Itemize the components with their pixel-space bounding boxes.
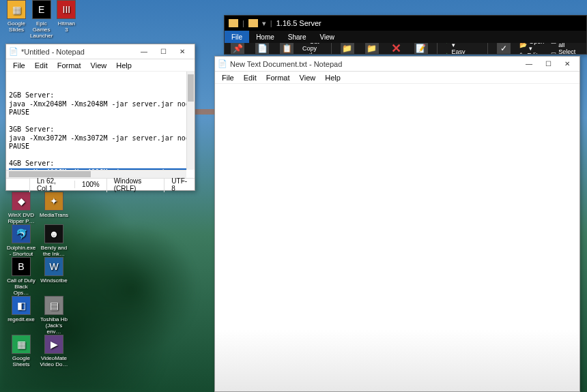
desktop-icon-label: Hitman 3 [57,20,76,33]
tab-share[interactable]: Share [281,31,313,43]
minimize-button[interactable]: — [519,57,539,71]
menu-edit[interactable]: Edit [240,73,261,82]
notepad-icon: 📄 [218,59,227,69]
app-icon: B [12,257,31,276]
edit-button[interactable]: ✎Edit [519,52,544,54]
rename-button[interactable]: 📝 [412,43,430,54]
paste-icon: 📋 [280,43,294,54]
menu-format[interactable]: Format [262,73,294,82]
desktop-icon[interactable]: EEpic Games Launcher [30,0,53,39]
desktop-icon[interactable]: ▤Toshiba Hb (Jack's env… [40,296,68,335]
menu-view[interactable]: View [296,73,320,82]
desktop-icon[interactable]: ☻Bendy and the Ink… [40,224,68,257]
desktop-icon[interactable]: ◧regedit.exe [7,296,35,335]
notepad2-textarea[interactable] [215,84,579,391]
ribbon-separator [437,43,438,54]
status-position: Ln 62, Col 1 [29,177,74,192]
desktop-icon[interactable]: WWindscribe [40,257,68,296]
close-button[interactable]: ✕ [173,45,192,59]
maximize-button[interactable]: ☐ [154,45,173,59]
scrollbar-vertical[interactable] [186,72,195,170]
ribbon-separator [331,43,332,54]
copyto-button[interactable]: 📁 [363,43,381,54]
desktop-icon-label: Toshiba Hb (Jack's env… [40,316,68,335]
app-icon: ◆ [12,192,31,211]
notepad1-window[interactable]: 📄 *Untitled - Notepad — ☐ ✕ FileEditForm… [5,44,195,191]
maximize-button[interactable]: ☐ [539,57,558,71]
app-icon: ▤ [44,296,63,315]
explorer-ribbon: 📌 📄 📋 ✂ Cut Copy path 📁 📁 ✕ 📝 ✦New item … [225,43,586,54]
easyaccess-button[interactable]: ✦Easy access ▾ [444,48,481,54]
menu-help[interactable]: Help [112,61,136,70]
ribbon-select-group: ☑Select all ☐Select none [551,43,582,54]
scrollbar-horizontal[interactable] [6,170,186,178]
explorer-tabs: File Home Share View [225,31,586,43]
scrollbar-thumb[interactable] [188,74,194,102]
folder-icon [248,19,258,27]
notepad1-menubar: FileEditFormatViewHelp [6,59,195,72]
ribbon-cut-group: ✂ Cut Copy path [302,43,324,54]
desktop-icon[interactable]: ▶VideoMate Video Do… [40,335,68,367]
folder-icon [229,19,238,27]
notepad1-textarea[interactable]: 2GB Server: java -Xmx2048M -Xms2048M -ja… [6,72,186,170]
tab-view[interactable]: View [313,31,342,43]
desktop-icon[interactable]: ▦Google Slides [7,0,26,39]
explorer-titlebar[interactable]: | ▾ | 1.16.5 Server [225,16,586,31]
desktop-icon[interactable]: ▦Google Sheets [7,335,35,367]
scrollbar-thumb[interactable] [9,171,91,177]
menu-help[interactable]: Help [321,73,345,82]
notepad2-window[interactable]: 📄 New Text Document.txt - Notepad — ☐ ✕ … [214,56,580,392]
copy-button[interactable]: 📄 [253,43,271,54]
desktop-icon-label: Bendy and the Ink… [40,245,68,257]
minimize-button[interactable]: — [134,45,154,59]
delete-button[interactable]: ✕ [388,43,405,54]
copyto-icon: 📁 [365,43,379,54]
notepad1-titlebar[interactable]: 📄 *Untitled - Notepad — ☐ ✕ [6,44,195,59]
desktop-icon[interactable]: ✦MediaTrans [40,192,68,224]
rename-icon: 📝 [414,43,428,54]
newitem-button[interactable]: ✦New item ▾ [444,43,481,48]
app-icon: ☻ [44,224,63,243]
desktop-icon-label: Dolphin.exe - Shortcut [7,245,35,257]
copy-icon: 📄 [255,43,269,54]
moveto-button[interactable]: 📁 [339,43,356,54]
desktop-icon-label: regedit.exe [8,316,35,322]
app-icon: W [44,257,63,276]
notepad2-menubar: FileEditFormatViewHelp [215,72,579,84]
desktop-icon-label: VideoMate Video Do… [40,355,68,367]
desktop-icon[interactable]: IIIHitman 3 [57,0,76,39]
explorer-window[interactable]: | ▾ | 1.16.5 Server File Home Share View… [224,15,587,55]
menu-edit[interactable]: Edit [31,61,52,70]
copypath-button[interactable]: Copy path [302,45,324,54]
ribbon-open-group: 📂Open ▾ ✎Edit [519,43,544,54]
pin-icon: 📌 [231,43,244,54]
tab-file[interactable]: File [225,31,249,43]
properties-button[interactable]: ✓ [495,43,513,54]
app-icon: ◧ [12,296,31,315]
desktop-icon[interactable]: ◆WinX DVD Ripper P… [7,192,35,224]
pin-button[interactable]: 📌 [229,43,246,54]
menu-format[interactable]: Format [53,61,85,70]
close-button[interactable]: ✕ [558,57,577,71]
explorer-qat-sep: | [242,19,244,27]
open-button[interactable]: 📂Open ▾ [519,43,544,52]
notepad2-title: New Text Document.txt - Notepad [230,60,519,68]
selectall-button[interactable]: ☑Select all [551,43,582,48]
desktop-icon[interactable]: BCall of Duty Black Ops… [7,257,35,296]
selectnone-button[interactable]: ☐Select none [551,48,582,54]
status-eol: Windows (CRLF) [106,177,164,192]
menu-file[interactable]: File [218,73,238,82]
notepad-icon: 📄 [9,47,18,57]
app-icon: III [57,0,76,19]
paste-button[interactable]: 📋 [278,43,296,54]
menu-file[interactable]: File [9,61,29,70]
desktop-icon-label: WinX DVD Ripper P… [7,212,35,224]
desktop-icon-label: Google Sheets [7,355,35,367]
moveto-icon: 📁 [341,43,354,54]
menu-view[interactable]: View [87,61,111,70]
notepad1-title: *Untitled - Notepad [21,48,134,56]
desktop-icon[interactable]: 🐬Dolphin.exe - Shortcut [7,224,35,257]
notepad2-titlebar[interactable]: 📄 New Text Document.txt - Notepad — ☐ ✕ [215,57,579,72]
notepad1-text-plain: 2GB Server: java -Xmx2048M -Xms2048M -ja… [9,91,186,167]
tab-home[interactable]: Home [249,31,281,43]
